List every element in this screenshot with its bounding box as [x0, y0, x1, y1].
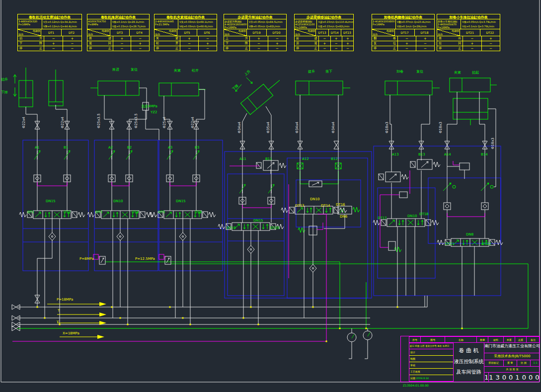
- schematic-label: Φ25x4: [162, 116, 166, 128]
- action-row: 退回−+: [87, 41, 149, 46]
- table-title: 卷取机夹紧辊油缸动作表: [155, 14, 217, 19]
- solenoid-column-header: DT14: [329, 29, 341, 36]
- solenoid-state: −: [463, 46, 481, 51]
- schematic-label: Y: [56, 320, 59, 324]
- solenoid-state: +: [416, 36, 434, 41]
- schematic-label: 抬起: [472, 71, 479, 75]
- schematic-label: DT16: [336, 203, 345, 207]
- action-label: 停止: [372, 46, 398, 51]
- action-row: 下降+−: [18, 41, 81, 46]
- schematic-label: Φ34x4: [295, 121, 299, 133]
- schematic-label: DT18: [419, 212, 429, 216]
- solenoid-state: −: [199, 36, 217, 41]
- solenoid-state: −: [398, 36, 416, 41]
- schematic-label: DT3: [95, 210, 102, 214]
- solenoid-state: −: [463, 36, 481, 41]
- action-label: 停止: [18, 46, 44, 51]
- schematic-label: Φ18x3: [439, 122, 443, 133]
- solenoid-state: +: [44, 41, 63, 46]
- schematic-label: DN10: [407, 214, 417, 218]
- sheet-count: 共 张 第 张: [484, 367, 540, 373]
- solenoid-state: +: [463, 41, 481, 46]
- schematic-label: DT6: [195, 210, 202, 214]
- action-table-beam-traverse-cylinder: 步进梁横移油缸动作表步进梁横移油缸Φ125X90X1100P=16MPaV进=0…: [294, 14, 354, 51]
- solenoid-state: −: [180, 41, 199, 46]
- action-row: 松开−+: [155, 41, 217, 46]
- cylinder-params: 2-Φ90X60X445P=21.5MPa: [155, 19, 178, 29]
- solenoid-state: −: [268, 36, 286, 41]
- bom-header-row: 序号 图号 名称 数量 材料 单重 总重 备注: [409, 336, 540, 343]
- solenoid-column-header: DT19: [247, 29, 267, 36]
- schematic-label: B13: [418, 153, 425, 157]
- schematic-label: B3: [195, 146, 199, 150]
- schematic-label: A14: [444, 153, 451, 157]
- schematic-label: P=12.5MPa: [135, 257, 155, 261]
- action-row: 前进−++: [295, 36, 353, 41]
- schematic-label: Φ35x4: [266, 121, 270, 133]
- action-row: 停止−−: [224, 46, 286, 51]
- action-label: 停止: [437, 46, 463, 51]
- schematic-label: B1: [64, 146, 68, 150]
- solenoid-column-header: DT1: [41, 29, 62, 36]
- solenoid-column-header: DT5: [177, 29, 197, 36]
- sheet-number: 1: [484, 373, 489, 383]
- schematic-label: A1: [35, 146, 39, 150]
- sheet-border: [1, 0, 540, 382]
- action-label: 停止: [295, 46, 319, 51]
- solenoid-column-header: DT22: [480, 29, 500, 36]
- tech-note: 采用技术条件JB/T5000: [484, 353, 540, 360]
- schematic-label: 上升: [243, 69, 251, 77]
- schematic-label: DN8: [466, 233, 473, 236]
- schematic-label: DT20: [270, 226, 280, 230]
- action-table-beam-lift-cylinder: 步进梁升降油缸动作表步进梁升降油缸4-Φ220X160X400P=16MPaV升…: [224, 14, 287, 51]
- solenoid-column-header: DT23: [341, 29, 353, 36]
- solenoid-state: +: [342, 41, 353, 46]
- solenoid-state: −: [268, 46, 286, 51]
- schematic-label: DT21: [445, 242, 455, 246]
- flow-values: V升=0.05m/s Q=84.5L/minV降=0.05m/s Q=82L/m…: [248, 19, 286, 29]
- schematic-label: Φ34x4: [237, 121, 241, 133]
- solenoid-state: +: [131, 41, 149, 46]
- cylinder-params: 卸卷小车推拉油缸2-Φ63X45X470P=16MPa: [437, 19, 461, 29]
- solenoid-state: −: [342, 46, 353, 51]
- action-label: 下降: [18, 41, 44, 46]
- schematic-label: P=8MPa: [79, 257, 94, 261]
- solenoid-column-header: DT13: [316, 29, 328, 36]
- cylinder-params: 步进梁横移油缸Φ125X90X1100P=16MPa: [295, 19, 317, 29]
- schematic-label: 推进: [112, 68, 119, 72]
- schematic-label: A12: [302, 157, 309, 161]
- circuit-lines: [17, 88, 496, 359]
- schematic-label: DT22: [482, 242, 491, 246]
- solenoid-state: −: [250, 41, 268, 46]
- solenoid-state: −: [63, 41, 81, 46]
- action-label: 退回: [87, 41, 113, 46]
- title-block: Z13504.01.00.00 序号 图号 名称 数量 材料 单重 总重 备注 …: [400, 336, 540, 382]
- schematic-label: T: [57, 309, 60, 313]
- schematic-label: Φ18x3: [385, 122, 389, 133]
- cylinder-params: Φ100X70X750P=8MPa: [87, 19, 111, 29]
- schematic-label: DT1: [27, 210, 34, 214]
- stage-scale-row: 阶段标记 重 量 比 例 1:1: [484, 360, 540, 367]
- schematic-label: X=18MPa: [63, 331, 79, 335]
- action-row: 停止−−−: [295, 46, 353, 51]
- action-row: 停止−−: [437, 46, 500, 51]
- diagonal-header: 电磁铁动作: [372, 29, 395, 36]
- table-title: 步进梁横移油缸动作表: [295, 14, 353, 19]
- solenoid-state: −: [113, 41, 132, 46]
- solenoid-state: −: [331, 46, 342, 51]
- schematic-label: Φ22x4: [191, 116, 195, 128]
- schematic-label: 复位: [416, 70, 423, 74]
- document-code: Z13504.01.00.00: [403, 384, 429, 387]
- action-label: 前进: [295, 36, 319, 41]
- schematic-label: Φ18x3: [491, 138, 495, 149]
- scale-value: 1:1: [530, 360, 540, 366]
- cylinder-params: 步进梁升降油缸4-Φ220X160X400P=16MPa: [224, 19, 248, 29]
- table-title: 卸卷机构翻卷油缸动作表: [372, 14, 434, 19]
- diagonal-header: 电磁铁动作: [224, 29, 247, 36]
- action-label: 上升: [224, 36, 250, 41]
- action-label: 复位: [372, 41, 398, 46]
- action-table-cart-cylinder: 卸卷小车推拉油缸动作表卸卷小车推拉油缸2-Φ63X45X470P=16MPaV推…: [437, 14, 500, 51]
- solenoid-state: +: [398, 41, 416, 46]
- solenoid-state: +: [250, 36, 268, 41]
- action-row: 下降−+: [224, 41, 286, 46]
